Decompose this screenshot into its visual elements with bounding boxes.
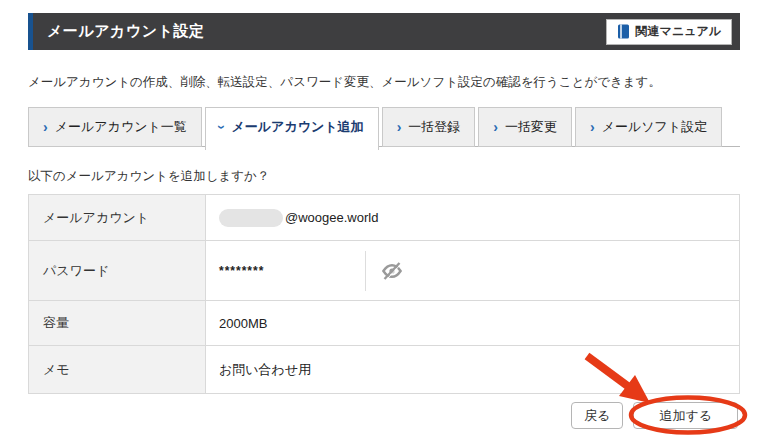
table-row-memo: メモ お問い合わせ用 bbox=[29, 346, 739, 393]
tab-label: メールアカウント一覧 bbox=[55, 118, 187, 136]
tab-label: 一括変更 bbox=[505, 118, 557, 136]
chevron-right-icon: › bbox=[590, 120, 595, 134]
tab-label: メールアカウント追加 bbox=[231, 118, 363, 136]
row-label: メールアカウント bbox=[29, 195, 206, 240]
submit-add-button[interactable]: 追加する bbox=[633, 402, 738, 429]
table-row-capacity: 容量 2000MB bbox=[29, 301, 739, 346]
page-header: メールアカウント設定 関連マニュアル bbox=[28, 13, 740, 50]
eye-off-icon bbox=[379, 259, 405, 283]
toggle-password-visibility-button[interactable] bbox=[379, 259, 405, 283]
chevron-right-icon: › bbox=[43, 120, 48, 134]
confirmation-question: 以下のメールアカウントを追加しますか？ bbox=[28, 168, 740, 185]
tab-mail-software-settings[interactable]: › メールソフト設定 bbox=[575, 107, 722, 147]
tab-bulk-change[interactable]: › 一括変更 bbox=[478, 107, 572, 147]
tab-label: 一括登録 bbox=[408, 118, 460, 136]
password-value-cell: ******** bbox=[206, 241, 739, 300]
row-label: メモ bbox=[29, 346, 206, 393]
action-button-row: 戻る 追加する bbox=[28, 402, 740, 429]
tab-mail-account-list[interactable]: › メールアカウント一覧 bbox=[28, 107, 202, 147]
tab-bar: › メールアカウント一覧 › メールアカウント追加 › 一括登録 › 一括変更 … bbox=[28, 107, 740, 150]
account-detail-table: メールアカウント @woogee.world パスワード ******** bbox=[28, 194, 740, 394]
divider bbox=[365, 251, 366, 291]
chevron-right-icon: › bbox=[397, 120, 402, 134]
capacity-value: 2000MB bbox=[206, 301, 739, 345]
book-icon bbox=[617, 24, 630, 39]
table-row-password: パスワード ******** bbox=[29, 241, 739, 301]
tab-mail-account-add[interactable]: › メールアカウント追加 bbox=[205, 107, 379, 150]
related-manual-label: 関連マニュアル bbox=[636, 23, 721, 40]
row-label: パスワード bbox=[29, 241, 206, 300]
page-title: メールアカウント設定 bbox=[47, 22, 204, 41]
mail-account-settings-page: メールアカウント設定 関連マニュアル メールアカウントの作成、削除、転送設定、パ… bbox=[0, 0, 768, 446]
tab-label: メールソフト設定 bbox=[602, 118, 708, 136]
related-manual-button[interactable]: 関連マニュアル bbox=[606, 19, 732, 45]
page-description: メールアカウントの作成、削除、転送設定、パスワード変更、メールソフト設定の確認を… bbox=[28, 74, 740, 91]
memo-value: お問い合わせ用 bbox=[206, 346, 739, 393]
masked-password-text: ******** bbox=[219, 264, 365, 278]
redacted-account-prefix bbox=[219, 209, 283, 227]
row-label: 容量 bbox=[29, 301, 206, 345]
chevron-down-icon: › bbox=[215, 125, 229, 130]
tab-bulk-register[interactable]: › 一括登録 bbox=[382, 107, 476, 147]
chevron-right-icon: › bbox=[493, 120, 498, 134]
mail-account-value: @woogee.world bbox=[206, 195, 739, 240]
account-domain-text: @woogee.world bbox=[285, 210, 378, 225]
back-button[interactable]: 戻る bbox=[571, 402, 623, 429]
table-row-mail-account: メールアカウント @woogee.world bbox=[29, 195, 739, 241]
